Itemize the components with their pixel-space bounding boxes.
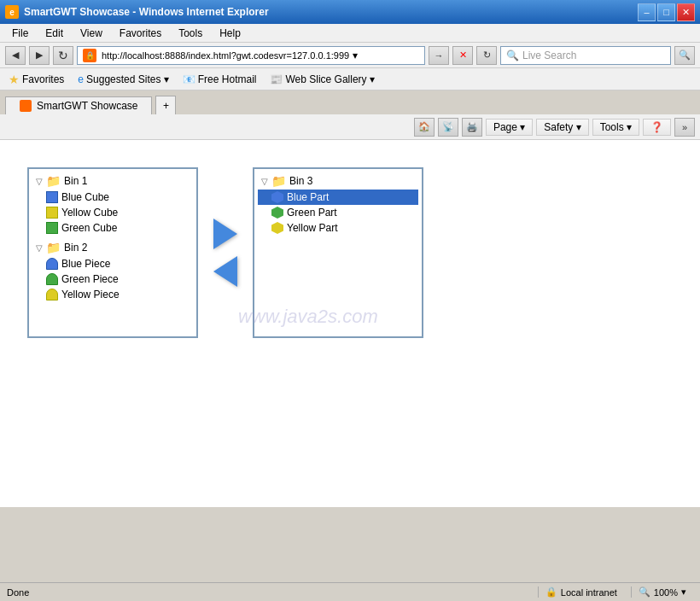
bin1-label: Bin 1 xyxy=(64,175,87,187)
green-piece-icon xyxy=(46,273,58,285)
zone-label: Local intranet xyxy=(561,587,617,598)
tab-label: SmartGWT Showcase xyxy=(37,100,137,112)
bin2-header[interactable]: ▽ 📁 Bin 2 xyxy=(32,239,193,256)
zoom-control[interactable]: 🔍 100% ▾ xyxy=(631,586,693,598)
nav-toolbar: 🏠 📡 🖨️ Page ▾ Safety ▾ Tools ▾ ❓ » xyxy=(0,114,700,140)
blue-piece-item[interactable]: Blue Piece xyxy=(32,256,193,271)
green-piece-item[interactable]: Green Piece xyxy=(32,271,193,287)
yellow-cube-icon xyxy=(46,207,58,219)
zoom-level: 100% xyxy=(654,587,678,598)
bin3-header[interactable]: ▽ 📁 Bin 3 xyxy=(258,172,418,190)
yellow-piece-icon xyxy=(46,289,58,300)
bin1-folder-icon: 📁 xyxy=(46,174,61,188)
web-slice-gallery[interactable]: 📰 Web Slice Gallery ▾ xyxy=(266,72,377,87)
suggested-sites-label: Suggested Sites ▾ xyxy=(86,73,169,85)
new-tab-button[interactable]: + xyxy=(155,96,176,114)
yellow-piece-item[interactable]: Yellow Piece xyxy=(32,287,193,302)
green-part-icon xyxy=(271,207,283,219)
web-slice-icon: 📰 xyxy=(270,73,283,85)
menu-bar: File Edit View Favorites Tools Help xyxy=(0,24,700,43)
menu-tools[interactable]: Tools xyxy=(172,26,209,41)
address-box[interactable]: 🔒 http://localhost:8888/index.html?gwt.c… xyxy=(77,46,425,65)
bin3-label: Bin 3 xyxy=(289,175,312,187)
blue-part-icon xyxy=(271,191,283,203)
forward-button[interactable]: ▶ xyxy=(29,46,50,65)
window-title: SmartGWT Showcase - Windows Internet Exp… xyxy=(24,6,269,18)
search-placeholder: Live Search xyxy=(522,50,576,61)
left-arrow-icon xyxy=(213,256,237,287)
yellow-cube-label: Yellow Cube xyxy=(61,207,118,219)
rss-button[interactable]: 📡 xyxy=(438,118,458,137)
refresh-button[interactable]: ↻ xyxy=(53,46,73,65)
bin2-expand-icon: ▽ xyxy=(36,243,43,253)
bin2-label: Bin 2 xyxy=(64,242,87,254)
bin1-header[interactable]: ▽ 📁 Bin 1 xyxy=(32,172,193,190)
blue-part-item[interactable]: Blue Part xyxy=(258,190,418,205)
stop-button[interactable]: ✕ xyxy=(452,46,473,65)
suggested-sites[interactable]: e Suggested Sites ▾ xyxy=(74,72,172,87)
blue-piece-label: Blue Piece xyxy=(61,258,110,270)
menu-view[interactable]: View xyxy=(73,26,109,41)
menu-edit[interactable]: Edit xyxy=(38,26,70,41)
maximize-button[interactable]: □ xyxy=(657,3,675,21)
active-tab[interactable]: SmartGWT Showcase xyxy=(5,96,152,114)
search-box[interactable]: 🔍 Live Search xyxy=(500,46,671,65)
green-cube-item[interactable]: Green Cube xyxy=(32,220,193,236)
extra-btn[interactable]: » xyxy=(674,118,695,137)
favorites-label: Favorites xyxy=(22,73,64,85)
page-menu[interactable]: Page ▾ xyxy=(486,119,533,136)
yellow-cube-item[interactable]: Yellow Cube xyxy=(32,205,193,220)
green-cube-label: Green Cube xyxy=(61,222,117,234)
page-icon: 🔒 xyxy=(83,49,96,62)
menu-favorites[interactable]: Favorites xyxy=(113,26,168,41)
title-bar: e SmartGWT Showcase - Windows Internet E… xyxy=(0,0,700,24)
watermark: www.java2s.com xyxy=(233,306,383,328)
blue-cube-item[interactable]: Blue Cube xyxy=(32,190,193,205)
back-button[interactable]: ◀ xyxy=(5,46,26,65)
free-hotmail[interactable]: 📧 Free Hotmail xyxy=(179,72,260,87)
blue-part-label: Blue Part xyxy=(287,191,329,203)
help-button[interactable]: ❓ xyxy=(643,119,671,136)
menu-file[interactable]: File xyxy=(5,26,35,41)
ie-icon: e xyxy=(78,73,84,85)
search-icon: 🔍 xyxy=(506,50,519,61)
left-panel: ▽ 📁 Bin 1 Blue Cube Yellow Cube Green Cu… xyxy=(27,167,198,338)
yellow-piece-label: Yellow Piece xyxy=(61,289,120,300)
yellow-part-label: Yellow Part xyxy=(287,222,338,234)
tab-bar: SmartGWT Showcase + xyxy=(0,90,700,114)
bin1-expand-icon: ▽ xyxy=(36,177,43,186)
main-content: ▽ 📁 Bin 1 Blue Cube Yellow Cube Green Cu… xyxy=(0,140,700,507)
favorites-button[interactable]: ★ Favorites xyxy=(5,71,67,88)
zone-icon: 🔒 xyxy=(545,586,557,598)
blue-cube-icon xyxy=(46,191,58,203)
blue-piece-icon xyxy=(46,258,58,270)
green-piece-label: Green Piece xyxy=(61,273,119,285)
window-controls: – □ ✕ xyxy=(638,3,695,21)
yellow-part-item[interactable]: Yellow Part xyxy=(258,220,418,236)
green-part-label: Green Part xyxy=(287,207,337,219)
right-arrow-icon xyxy=(213,219,237,249)
go-button[interactable]: → xyxy=(429,46,449,65)
move-left-button[interactable] xyxy=(208,256,242,287)
yellow-part-icon xyxy=(271,222,283,234)
browser-icon: e xyxy=(5,5,19,19)
tab-favicon xyxy=(20,100,32,112)
hotmail-icon: 📧 xyxy=(183,73,195,85)
home-button[interactable]: 🏠 xyxy=(414,118,435,137)
search-submit[interactable]: 🔍 xyxy=(674,46,695,65)
nav-refresh[interactable]: ↻ xyxy=(476,46,497,65)
close-button[interactable]: ✕ xyxy=(677,3,695,21)
minimize-button[interactable]: – xyxy=(638,3,656,21)
menu-help[interactable]: Help xyxy=(213,26,248,41)
address-url[interactable]: http://localhost:8888/index.html?gwt.cod… xyxy=(102,50,349,61)
print-button[interactable]: 🖨️ xyxy=(462,118,482,137)
tools-menu[interactable]: Tools ▾ xyxy=(592,119,639,136)
status-bar: Done 🔒 Local intranet 🔍 100% ▾ xyxy=(0,582,700,601)
move-right-button[interactable] xyxy=(208,219,242,249)
safety-menu[interactable]: Safety ▾ xyxy=(536,119,588,136)
green-part-item[interactable]: Green Part xyxy=(258,205,418,220)
bin3-folder-icon: 📁 xyxy=(271,174,286,188)
status-text: Done xyxy=(7,587,29,598)
zoom-icon: 🔍 xyxy=(639,586,650,598)
bin3-expand-icon: ▽ xyxy=(261,177,268,186)
